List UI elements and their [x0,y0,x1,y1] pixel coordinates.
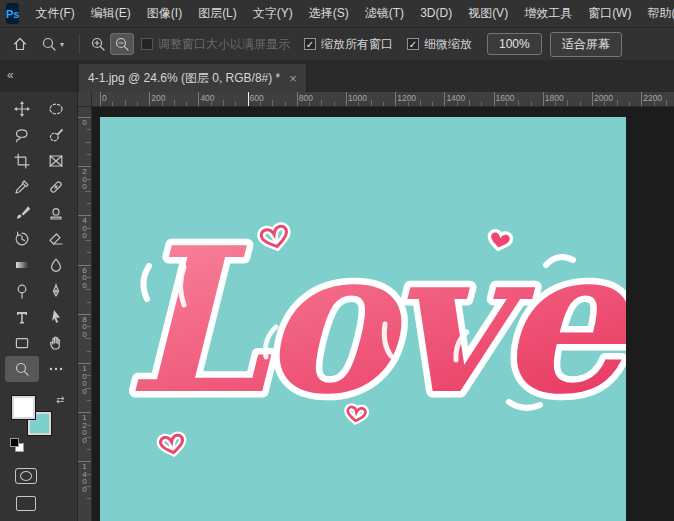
tools-panel: « ⇄ [0,60,78,521]
tool-grid [0,92,77,382]
photoshop-logo-icon: Ps [6,3,19,24]
zoom-100-button[interactable]: 100% [487,33,542,55]
menu-item-8[interactable]: 视图(V) [460,0,516,27]
zoom-all-windows-checkbox[interactable]: ✓ 缩放所有窗口 [304,36,393,53]
tool-quick-selection-button[interactable] [39,122,73,148]
tool-move-button[interactable] [5,96,39,122]
scrubby-zoom-checkbox[interactable]: ✓ 细微缩放 [407,36,472,53]
home-button[interactable] [8,33,32,55]
tool-type-button[interactable] [5,304,39,330]
resize-window-checkbox: 调整窗口大小以满屏显示 [141,36,290,53]
document-tab[interactable]: 4-1.jpg @ 24.6% (图层 0, RGB/8#) * × [79,64,307,92]
zoom-icon [14,361,30,377]
eyedropper-icon [14,179,30,195]
tool-marquee-button[interactable] [39,96,73,122]
chevron-down-icon: ▾ [60,40,64,49]
quick-selection-icon [48,127,64,143]
menu-item-9[interactable]: 增效工具 [516,0,580,27]
pen-icon [48,283,64,299]
horizontal-ruler[interactable]: 0200400600800100012001400160018002000220… [92,92,674,107]
document-tab-title: 4-1.jpg @ 24.6% (图层 0, RGB/8#) * [88,70,280,87]
tool-eraser-button[interactable] [39,226,73,252]
menu-item-2[interactable]: 图像(I) [139,0,190,27]
menu-item-10[interactable]: 窗口(W) [580,0,639,27]
frame-icon [48,153,64,169]
brush-icon [14,205,30,221]
document-tab-bar: 4-1.jpg @ 24.6% (图层 0, RGB/8#) * × [78,60,674,92]
close-tab-icon[interactable]: × [289,72,297,85]
zoom-tool-icon [41,36,57,52]
menu-item-4[interactable]: 文字(Y) [245,0,301,27]
marquee-icon [48,101,64,117]
love-lettering: Love [126,203,626,438]
ellipsis-icon [48,361,64,377]
tool-rectangle-button[interactable] [5,330,39,356]
menu-bar: Ps 文件(F)编辑(E)图像(I)图层(L)文字(Y)选择(S)滤镜(T)3D… [0,0,674,27]
photoshop-window: Ps 文件(F)编辑(E)图像(I)图层(L)文字(Y)选择(S)滤镜(T)3D… [0,0,674,521]
rectangle-icon [14,335,30,351]
color-swatches: ⇄ [10,394,70,452]
tool-lasso-button[interactable] [5,122,39,148]
menu-item-5[interactable]: 选择(S) [301,0,357,27]
document-area: 4-1.jpg @ 24.6% (图层 0, RGB/8#) * × 02004… [78,60,674,521]
checkbox-checked[interactable]: ✓ [304,38,316,50]
menu-item-3[interactable]: 图层(L) [190,0,245,27]
tool-history-brush-button[interactable] [5,226,39,252]
foreground-color-swatch[interactable] [12,396,35,419]
menu-item-1[interactable]: 编辑(E) [83,0,139,27]
tool-gradient-button[interactable] [5,252,39,278]
swap-colors-icon[interactable]: ⇄ [56,394,64,405]
menu-item-6[interactable]: 滤镜(T) [357,0,412,27]
quick-mask-button[interactable] [15,468,37,484]
menu-item-7[interactable]: 3D(D) [412,0,460,27]
path-selection-icon [48,309,64,325]
clone-stamp-icon [48,205,64,221]
workspace: 0200400600800100012001400160018002000220… [78,92,674,521]
default-colors-icon[interactable] [10,438,24,452]
tool-clone-stamp-button[interactable] [39,200,73,226]
tool-dodge-button[interactable] [5,278,39,304]
cursor-position-marker [248,92,249,106]
gradient-icon [14,257,30,273]
zoom-in-button[interactable] [86,33,110,55]
move-icon [14,101,30,117]
checkbox-checked[interactable]: ✓ [407,38,419,50]
love-word: Love [126,203,626,438]
history-brush-icon [14,231,30,247]
screen-mode-button[interactable] [16,496,36,511]
menu-item-0[interactable]: 文件(F) [27,0,82,27]
lasso-icon [14,127,30,143]
tool-frame-button[interactable] [39,148,73,174]
crop-icon [14,153,30,169]
vertical-ruler[interactable]: 0200400600800100012001400 [78,107,92,521]
tool-crop-button[interactable] [5,148,39,174]
tool-brush-button[interactable] [5,200,39,226]
eraser-icon [48,231,64,247]
options-bar: ▾ 调整窗口大小以满屏显示 ✓ 缩放所有窗口 ✓ 细微缩放 100% 适合屏幕 [0,27,674,60]
zoom-out-button[interactable] [110,33,134,55]
blur-icon [48,257,64,273]
healing-brush-icon [48,179,64,195]
collapse-panel-button[interactable]: « [0,60,77,92]
menu-items: 文件(F)编辑(E)图像(I)图层(L)文字(Y)选择(S)滤镜(T)3D(D)… [27,0,674,27]
divider [79,34,80,54]
current-tool-indicator[interactable]: ▾ [36,34,69,54]
document-canvas[interactable]: Love [100,117,626,521]
checkbox-unchecked [141,38,153,50]
type-icon [14,309,30,325]
tool-healing-brush-button[interactable] [39,174,73,200]
dodge-icon [14,283,30,299]
tool-path-selection-button[interactable] [39,304,73,330]
tool-eyedropper-button[interactable] [5,174,39,200]
tool-hand-button[interactable] [39,330,73,356]
heart-icon [347,406,366,421]
main-area: « ⇄ 4-1.jpg @ 24.6% (图层 0, RGB/8#) * × [0,60,674,521]
ruler-corner [78,92,92,107]
tool-blur-button[interactable] [39,252,73,278]
tool-ellipsis[interactable] [39,356,73,382]
fit-screen-button[interactable]: 适合屏幕 [550,32,622,57]
hand-icon [48,335,64,351]
tool-zoom-button[interactable] [5,356,39,382]
menu-item-11[interactable]: 帮助(H) [639,0,674,27]
tool-pen-button[interactable] [39,278,73,304]
